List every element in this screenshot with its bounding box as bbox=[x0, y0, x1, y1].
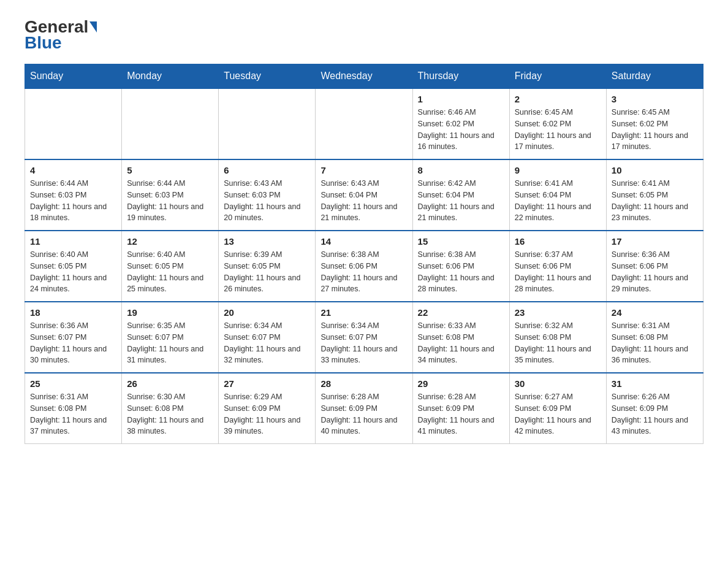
day-info: Sunrise: 6:31 AMSunset: 6:08 PMDaylight:… bbox=[30, 391, 116, 437]
calendar-cell: 17Sunrise: 6:36 AMSunset: 6:06 PMDayligh… bbox=[606, 231, 703, 302]
calendar-cell: 3Sunrise: 6:45 AMSunset: 6:02 PMDaylight… bbox=[606, 88, 703, 159]
calendar-cell: 8Sunrise: 6:42 AMSunset: 6:04 PMDaylight… bbox=[412, 159, 509, 231]
week-row-5: 25Sunrise: 6:31 AMSunset: 6:08 PMDayligh… bbox=[25, 373, 703, 444]
column-header-saturday: Saturday bbox=[606, 64, 703, 89]
column-header-tuesday: Tuesday bbox=[219, 64, 316, 89]
calendar-cell: 19Sunrise: 6:35 AMSunset: 6:07 PMDayligh… bbox=[122, 302, 219, 373]
day-info: Sunrise: 6:45 AMSunset: 6:02 PMDaylight:… bbox=[515, 107, 601, 153]
day-number: 14 bbox=[320, 236, 407, 247]
day-info: Sunrise: 6:33 AMSunset: 6:08 PMDaylight:… bbox=[418, 320, 504, 366]
day-info: Sunrise: 6:26 AMSunset: 6:09 PMDaylight:… bbox=[612, 391, 698, 437]
day-number: 21 bbox=[320, 307, 407, 318]
day-number: 27 bbox=[224, 378, 310, 389]
day-info: Sunrise: 6:37 AMSunset: 6:06 PMDaylight:… bbox=[515, 249, 601, 295]
day-info: Sunrise: 6:41 AMSunset: 6:04 PMDaylight:… bbox=[515, 178, 601, 224]
day-number: 20 bbox=[224, 307, 310, 318]
day-number: 30 bbox=[515, 378, 601, 389]
day-info: Sunrise: 6:32 AMSunset: 6:08 PMDaylight:… bbox=[515, 320, 601, 366]
week-row-2: 4Sunrise: 6:44 AMSunset: 6:03 PMDaylight… bbox=[25, 159, 703, 231]
day-info: Sunrise: 6:35 AMSunset: 6:07 PMDaylight:… bbox=[127, 320, 213, 366]
day-number: 22 bbox=[418, 307, 504, 318]
day-number: 13 bbox=[224, 236, 310, 247]
day-number: 10 bbox=[612, 165, 698, 175]
calendar-cell: 24Sunrise: 6:31 AMSunset: 6:08 PMDayligh… bbox=[606, 302, 703, 373]
calendar-cell: 16Sunrise: 6:37 AMSunset: 6:06 PMDayligh… bbox=[509, 231, 606, 302]
day-info: Sunrise: 6:29 AMSunset: 6:09 PMDaylight:… bbox=[224, 391, 310, 437]
day-number: 9 bbox=[515, 165, 601, 175]
day-number: 18 bbox=[30, 307, 116, 318]
week-row-1: 1Sunrise: 6:46 AMSunset: 6:02 PMDaylight… bbox=[25, 88, 703, 159]
day-number: 23 bbox=[515, 307, 601, 318]
page-header: General Blue bbox=[25, 18, 703, 52]
day-number: 3 bbox=[612, 94, 698, 104]
calendar-cell: 4Sunrise: 6:44 AMSunset: 6:03 PMDaylight… bbox=[25, 159, 122, 231]
day-info: Sunrise: 6:28 AMSunset: 6:09 PMDaylight:… bbox=[418, 391, 504, 437]
day-number: 24 bbox=[612, 307, 698, 318]
calendar-cell: 1Sunrise: 6:46 AMSunset: 6:02 PMDaylight… bbox=[412, 88, 509, 159]
day-info: Sunrise: 6:31 AMSunset: 6:08 PMDaylight:… bbox=[612, 320, 698, 366]
calendar-cell: 12Sunrise: 6:40 AMSunset: 6:05 PMDayligh… bbox=[122, 231, 219, 302]
week-row-4: 18Sunrise: 6:36 AMSunset: 6:07 PMDayligh… bbox=[25, 302, 703, 373]
day-number: 5 bbox=[127, 165, 213, 175]
day-number: 19 bbox=[127, 307, 213, 318]
calendar-cell: 22Sunrise: 6:33 AMSunset: 6:08 PMDayligh… bbox=[412, 302, 509, 373]
logo-blue: Blue bbox=[25, 34, 62, 52]
day-info: Sunrise: 6:36 AMSunset: 6:07 PMDaylight:… bbox=[30, 320, 116, 366]
calendar-cell: 20Sunrise: 6:34 AMSunset: 6:07 PMDayligh… bbox=[219, 302, 316, 373]
calendar-cell: 2Sunrise: 6:45 AMSunset: 6:02 PMDaylight… bbox=[509, 88, 606, 159]
day-info: Sunrise: 6:36 AMSunset: 6:06 PMDaylight:… bbox=[612, 249, 698, 295]
calendar-cell: 5Sunrise: 6:44 AMSunset: 6:03 PMDaylight… bbox=[122, 159, 219, 231]
calendar-cell: 29Sunrise: 6:28 AMSunset: 6:09 PMDayligh… bbox=[412, 373, 509, 444]
calendar-cell: 10Sunrise: 6:41 AMSunset: 6:05 PMDayligh… bbox=[606, 159, 703, 231]
column-header-wednesday: Wednesday bbox=[316, 64, 412, 89]
calendar-cell: 23Sunrise: 6:32 AMSunset: 6:08 PMDayligh… bbox=[509, 302, 606, 373]
day-number: 17 bbox=[612, 236, 698, 247]
logo-triangle-icon bbox=[89, 21, 97, 33]
day-number: 2 bbox=[515, 94, 601, 104]
calendar-header-row: SundayMondayTuesdayWednesdayThursdayFrid… bbox=[25, 64, 703, 89]
calendar-cell: 13Sunrise: 6:39 AMSunset: 6:05 PMDayligh… bbox=[219, 231, 316, 302]
day-info: Sunrise: 6:45 AMSunset: 6:02 PMDaylight:… bbox=[612, 107, 698, 153]
day-info: Sunrise: 6:27 AMSunset: 6:09 PMDaylight:… bbox=[515, 391, 601, 437]
day-number: 31 bbox=[612, 378, 698, 389]
day-number: 6 bbox=[224, 165, 310, 175]
day-info: Sunrise: 6:38 AMSunset: 6:06 PMDaylight:… bbox=[320, 249, 407, 295]
logo: General Blue bbox=[25, 18, 97, 52]
week-row-3: 11Sunrise: 6:40 AMSunset: 6:05 PMDayligh… bbox=[25, 231, 703, 302]
calendar-cell bbox=[122, 88, 219, 159]
day-number: 26 bbox=[127, 378, 213, 389]
day-info: Sunrise: 6:46 AMSunset: 6:02 PMDaylight:… bbox=[418, 107, 504, 153]
day-info: Sunrise: 6:38 AMSunset: 6:06 PMDaylight:… bbox=[418, 249, 504, 295]
calendar-table: SundayMondayTuesdayWednesdayThursdayFrid… bbox=[25, 64, 703, 444]
calendar-cell: 7Sunrise: 6:43 AMSunset: 6:04 PMDaylight… bbox=[316, 159, 412, 231]
day-info: Sunrise: 6:43 AMSunset: 6:03 PMDaylight:… bbox=[224, 178, 310, 224]
day-info: Sunrise: 6:44 AMSunset: 6:03 PMDaylight:… bbox=[127, 178, 213, 224]
day-info: Sunrise: 6:40 AMSunset: 6:05 PMDaylight:… bbox=[127, 249, 213, 295]
day-info: Sunrise: 6:39 AMSunset: 6:05 PMDaylight:… bbox=[224, 249, 310, 295]
day-info: Sunrise: 6:30 AMSunset: 6:08 PMDaylight:… bbox=[127, 391, 213, 437]
calendar-cell: 27Sunrise: 6:29 AMSunset: 6:09 PMDayligh… bbox=[219, 373, 316, 444]
column-header-sunday: Sunday bbox=[25, 64, 122, 89]
calendar-cell: 26Sunrise: 6:30 AMSunset: 6:08 PMDayligh… bbox=[122, 373, 219, 444]
day-number: 7 bbox=[320, 165, 407, 175]
calendar-cell bbox=[219, 88, 316, 159]
column-header-friday: Friday bbox=[509, 64, 606, 89]
day-number: 8 bbox=[418, 165, 504, 175]
calendar-cell: 25Sunrise: 6:31 AMSunset: 6:08 PMDayligh… bbox=[25, 373, 122, 444]
calendar-cell: 28Sunrise: 6:28 AMSunset: 6:09 PMDayligh… bbox=[316, 373, 412, 444]
day-number: 1 bbox=[418, 94, 504, 104]
day-number: 16 bbox=[515, 236, 601, 247]
day-number: 29 bbox=[418, 378, 504, 389]
calendar-cell bbox=[25, 88, 122, 159]
calendar-cell bbox=[316, 88, 412, 159]
calendar-cell: 21Sunrise: 6:34 AMSunset: 6:07 PMDayligh… bbox=[316, 302, 412, 373]
day-number: 25 bbox=[30, 378, 116, 389]
day-number: 4 bbox=[30, 165, 116, 175]
day-number: 11 bbox=[30, 236, 116, 247]
day-number: 15 bbox=[418, 236, 504, 247]
day-info: Sunrise: 6:28 AMSunset: 6:09 PMDaylight:… bbox=[320, 391, 407, 437]
day-number: 12 bbox=[127, 236, 213, 247]
calendar-cell: 30Sunrise: 6:27 AMSunset: 6:09 PMDayligh… bbox=[509, 373, 606, 444]
day-info: Sunrise: 6:40 AMSunset: 6:05 PMDaylight:… bbox=[30, 249, 116, 295]
day-info: Sunrise: 6:34 AMSunset: 6:07 PMDaylight:… bbox=[224, 320, 310, 366]
